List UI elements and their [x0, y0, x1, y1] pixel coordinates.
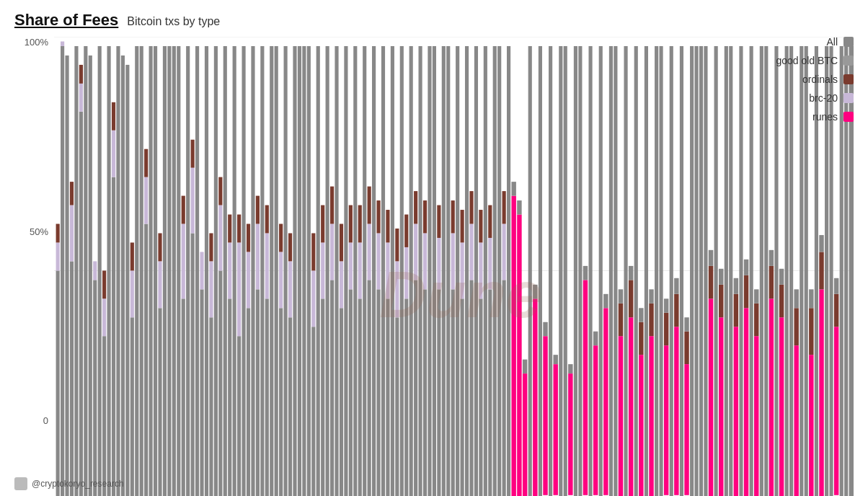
svg-rect-36 [144, 224, 148, 496]
svg-rect-7 [61, 41, 64, 45]
svg-rect-121 [358, 205, 362, 243]
svg-rect-206 [593, 345, 598, 495]
svg-rect-225 [649, 336, 653, 496]
svg-rect-122 [363, 46, 366, 496]
svg-rect-175 [488, 205, 492, 238]
svg-rect-242 [694, 46, 698, 496]
svg-rect-15 [79, 65, 83, 84]
svg-rect-114 [344, 46, 347, 496]
svg-rect-24 [107, 46, 111, 496]
svg-rect-53 [191, 168, 195, 234]
svg-rect-235 [674, 294, 678, 327]
legend-label-runes: runes [812, 111, 838, 123]
svg-rect-30 [125, 65, 129, 496]
svg-rect-163 [461, 210, 464, 242]
y-label-50: 50% [30, 226, 48, 237]
svg-rect-250 [719, 285, 723, 317]
svg-rect-220 [634, 46, 638, 496]
svg-rect-258 [744, 308, 748, 496]
svg-rect-283 [809, 289, 813, 308]
svg-rect-62 [214, 46, 218, 496]
svg-rect-201 [574, 46, 577, 496]
svg-rect-229 [659, 46, 663, 496]
svg-rect-88 [279, 308, 283, 496]
legend-color-btc [843, 56, 854, 66]
svg-rect-135 [395, 317, 399, 496]
svg-rect-272 [779, 285, 784, 317]
svg-rect-31 [130, 317, 134, 496]
bars-wrapper: Dune [54, 37, 854, 496]
svg-rect-268 [769, 266, 774, 298]
svg-rect-202 [578, 46, 582, 496]
svg-rect-11 [70, 182, 74, 205]
svg-rect-219 [629, 266, 633, 280]
svg-rect-286 [819, 252, 823, 289]
svg-rect-187 [523, 360, 527, 373]
svg-rect-290 [834, 327, 838, 495]
svg-rect-37 [144, 177, 148, 224]
svg-rect-46 [172, 46, 176, 496]
svg-rect-9 [70, 261, 74, 496]
svg-rect-180 [502, 191, 506, 223]
svg-rect-109 [330, 187, 334, 224]
footer: @cryptokoryo_research [14, 477, 124, 490]
svg-rect-277 [794, 308, 798, 345]
svg-rect-82 [260, 46, 264, 496]
svg-rect-182 [511, 196, 515, 496]
svg-rect-236 [674, 278, 678, 294]
svg-rect-28 [116, 46, 120, 496]
svg-rect-56 [200, 289, 203, 496]
svg-rect-273 [779, 269, 784, 285]
svg-rect-5 [56, 224, 60, 243]
svg-rect-222 [639, 322, 643, 355]
footer-logo-icon [14, 477, 27, 490]
svg-rect-93 [288, 261, 292, 317]
svg-rect-126 [372, 46, 376, 496]
svg-rect-204 [583, 266, 588, 280]
svg-rect-231 [664, 313, 668, 345]
svg-rect-209 [603, 308, 608, 495]
svg-rect-212 [614, 46, 617, 496]
svg-rect-159 [451, 200, 455, 233]
svg-rect-3 [56, 270, 60, 496]
svg-rect-8 [65, 56, 68, 496]
svg-rect-145 [414, 191, 417, 223]
svg-rect-210 [603, 294, 608, 308]
svg-rect-54 [191, 140, 195, 168]
svg-rect-38 [144, 149, 148, 177]
legend-color-runes [843, 112, 854, 122]
svg-rect-58 [205, 46, 208, 496]
svg-rect-171 [479, 210, 482, 242]
svg-rect-255 [734, 294, 738, 327]
y-label-0: 0 [43, 415, 48, 426]
svg-rect-79 [256, 289, 260, 496]
svg-rect-137 [395, 229, 399, 261]
svg-rect-240 [684, 317, 688, 331]
svg-rect-117 [349, 205, 353, 243]
legend-label-brc20: brc-20 [809, 92, 838, 104]
svg-rect-207 [593, 332, 598, 345]
legend-color-ordinals [843, 74, 854, 84]
svg-rect-69 [228, 215, 231, 243]
svg-rect-196 [553, 355, 557, 364]
svg-rect-34 [135, 46, 138, 496]
svg-rect-45 [167, 46, 171, 496]
svg-rect-239 [684, 332, 688, 364]
svg-rect-48 [182, 298, 185, 496]
svg-rect-12 [74, 46, 78, 496]
svg-rect-203 [583, 280, 588, 495]
legend-label-btc: good old BTC [776, 55, 838, 66]
svg-rect-67 [228, 298, 231, 496]
svg-rect-32 [130, 270, 134, 317]
svg-rect-216 [624, 46, 627, 496]
legend-item-btc: good old BTC [753, 55, 854, 66]
svg-rect-108 [330, 224, 334, 280]
y-axis: 100% 50% 0 [14, 37, 54, 448]
svg-rect-248 [714, 46, 718, 496]
svg-rect-133 [386, 210, 389, 242]
svg-rect-13 [79, 112, 83, 496]
svg-rect-282 [809, 308, 813, 355]
svg-rect-211 [609, 46, 613, 496]
svg-rect-199 [568, 373, 572, 495]
svg-rect-27 [112, 102, 115, 130]
